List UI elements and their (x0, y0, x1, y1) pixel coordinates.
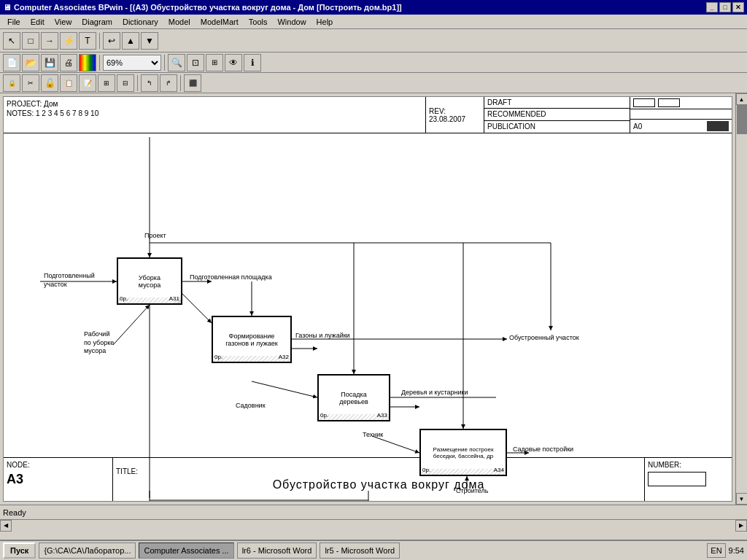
tb3-btn1[interactable]: 🔒 (3, 74, 20, 92)
arrow-tool[interactable]: → (41, 32, 58, 50)
undo-button[interactable]: ↩ (103, 32, 120, 50)
separator-2 (99, 55, 100, 71)
zoom-out-button[interactable]: ⊞ (206, 54, 223, 71)
menu-file[interactable]: File (3, 16, 25, 28)
scroll-right-button[interactable]: ▶ (735, 520, 747, 532)
box-a34[interactable]: Размещение построекбеседки, бассейна, др… (419, 429, 507, 476)
svg-line-12 (113, 305, 150, 345)
box-a34-label: Размещение построекбеседки, бассейна, др (432, 445, 495, 461)
minimize-button[interactable]: _ (706, 2, 718, 12)
print-button[interactable]: 🖨 (60, 54, 77, 71)
scroll-up-button[interactable]: ▲ (736, 93, 748, 105)
task-bpwin[interactable]: Computer Associates ... (139, 542, 233, 559)
menu-window[interactable]: Window (273, 16, 310, 28)
obustroennyi-label: Обустроенный участок (509, 334, 579, 341)
task-explorer[interactable]: {G:\CA\CA\Лаборатор... (39, 542, 136, 559)
menu-help[interactable]: Help (312, 16, 338, 28)
scroll-track-bottom[interactable] (12, 520, 735, 532)
toolbar-zoom: 📄 📂 💾 🖨 69% 25% 50% 75% 100% 🔍 ⊡ ⊞ 👁 ℹ (0, 52, 747, 73)
stroitel-label: Строитель (456, 487, 488, 494)
recommended-box (630, 109, 732, 120)
notes-label: NOTES: 1 2 3 4 5 6 7 8 9 10 (7, 109, 422, 117)
tb3-btn7[interactable]: ⊟ (117, 74, 134, 92)
box-a31[interactable]: Уборкамусора 0р. A31 (117, 257, 182, 305)
menu-tools[interactable]: Tools (244, 16, 272, 28)
menu-modelmart[interactable]: ModelMart (196, 16, 243, 28)
sad-postroyki-label: Садовые постройки (513, 446, 573, 453)
new-button[interactable]: 📄 (3, 54, 20, 71)
scroll-track-right[interactable] (736, 105, 748, 493)
recommended-cell: RECOMMENDED (484, 109, 630, 120)
derevya-label: Деревья и кустарники (401, 389, 468, 396)
status-text: Ready (3, 508, 26, 517)
task-word-lr6-label: lr6 - Microsoft Word (242, 546, 312, 555)
proekt-label: Проект (144, 232, 166, 239)
rev-cell: REV: 23.08.2007 (425, 97, 484, 133)
number-box (648, 472, 706, 486)
title-bar-left: 🖥 Computer Associates BPwin - [(A3) Обус… (3, 3, 402, 12)
draft-box (630, 97, 732, 109)
project-label: PROJECT: Дом (7, 100, 422, 108)
gazony-label: Газоны и лужайки (295, 332, 350, 339)
lang-indicator: EN (707, 543, 725, 558)
diagram-header: PROJECT: Дом NOTES: 1 2 3 4 5 6 7 8 9 10… (4, 97, 732, 133)
menu-model[interactable]: Model (164, 16, 195, 28)
svg-line-11 (372, 436, 419, 453)
save-button[interactable]: 💾 (41, 54, 58, 71)
separator-1 (99, 33, 100, 49)
box-a31-label: Уборкамусора (137, 273, 162, 290)
start-button[interactable]: Пуск (3, 542, 36, 559)
publication-box: A0 (630, 120, 732, 133)
separator-3 (164, 55, 165, 71)
info-button[interactable]: ℹ (244, 54, 261, 71)
triangle-down-tool[interactable]: ▼ (141, 32, 158, 50)
color-button[interactable] (79, 54, 96, 71)
view-button[interactable]: 👁 (225, 54, 242, 71)
lightning-tool[interactable]: ⚡ (60, 32, 77, 50)
menu-edit[interactable]: Edit (26, 16, 49, 28)
text-tool[interactable]: T (79, 32, 96, 50)
zoom-select[interactable]: 69% 25% 50% 75% 100% (103, 55, 161, 71)
main-area: PROJECT: Дом NOTES: 1 2 3 4 5 6 7 8 9 10… (0, 93, 747, 505)
scroll-thumb-right[interactable] (737, 105, 747, 134)
taskbar-right: EN 9:54 (707, 543, 744, 558)
zoom-in-button[interactable]: 🔍 (168, 54, 185, 71)
node-label: NODE: (7, 461, 109, 469)
canvas-area[interactable]: PROJECT: Дом NOTES: 1 2 3 4 5 6 7 8 9 10… (3, 96, 732, 502)
menu-view[interactable]: View (50, 16, 77, 28)
rabochiy-label: Рабочийпо уборкемусора (84, 330, 114, 356)
tb3-btn5[interactable]: 📝 (79, 74, 96, 92)
tb3-btn8[interactable]: ↰ (141, 74, 158, 92)
menu-dictionary[interactable]: Dictionary (118, 16, 163, 28)
box-a33[interactable]: Посадкадеревьев 0р. A33 (317, 374, 390, 421)
scroll-left-button[interactable]: ◀ (0, 520, 12, 532)
open-button[interactable]: 📂 (22, 54, 39, 71)
scroll-down-button[interactable]: ▼ (736, 493, 748, 505)
podgotovlennaya-label: Подготовленная площадка (190, 273, 272, 281)
tb3-btn9[interactable]: ↱ (160, 74, 177, 92)
close-button[interactable]: ✕ (732, 2, 744, 12)
status-bar: Ready (0, 505, 747, 519)
tb3-btn10[interactable]: ⬛ (184, 74, 201, 92)
tb3-btn4[interactable]: 📋 (60, 74, 77, 92)
tb3-btn6[interactable]: ⊞ (98, 74, 115, 92)
title-bar: 🖥 Computer Associates BPwin - [(A3) Обус… (0, 0, 747, 15)
zoom-fit-button[interactable]: ⊡ (187, 54, 204, 71)
box-a32-label: Формированиегазонов и лужаек (224, 331, 279, 349)
triangle-up-tool[interactable]: ▲ (122, 32, 139, 50)
header-right-grid: DRAFT RECOMMENDED PUBLICATION (484, 97, 630, 133)
rect-tool[interactable]: □ (22, 32, 39, 50)
maximize-button[interactable]: □ (719, 2, 731, 12)
task-word-lr5-label: lr5 - Microsoft Word (325, 546, 395, 555)
footer-title: TITLE: Обустройство участка вокруг дома (113, 458, 644, 501)
toolbar-extra: 🔒 ✂ 🔓 📋 📝 ⊞ ⊟ ↰ ↱ ⬛ (0, 73, 747, 93)
task-word-lr6[interactable]: lr6 - Microsoft Word (237, 542, 317, 559)
pointer-tool[interactable]: ↖ (3, 32, 20, 50)
tb3-btn3[interactable]: 🔓 (41, 74, 58, 92)
window-title: Computer Associates BPwin - [(A3) Обустр… (14, 3, 402, 12)
box-a32[interactable]: Формированиегазонов и лужаек 0р. A32 (212, 316, 292, 363)
menu-diagram[interactable]: Diagram (77, 16, 117, 28)
podgotovlennyi-label: Подготовленныйучасток (44, 272, 95, 289)
tb3-btn2[interactable]: ✂ (22, 74, 39, 92)
task-word-lr5[interactable]: lr5 - Microsoft Word (320, 542, 400, 559)
